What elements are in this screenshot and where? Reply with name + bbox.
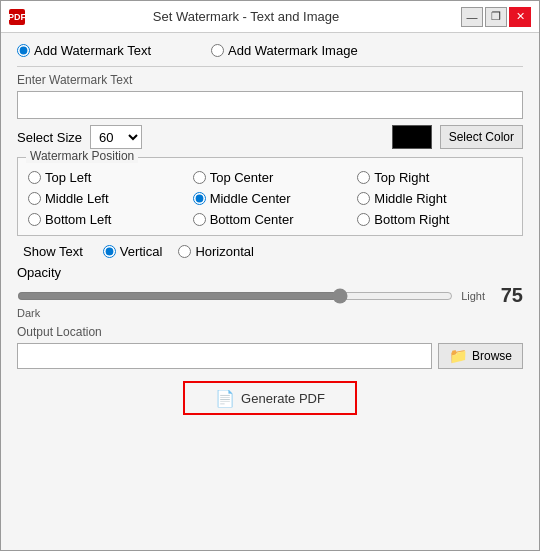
output-label: Output Location bbox=[17, 325, 523, 339]
color-preview bbox=[392, 125, 432, 149]
position-group-title: Watermark Position bbox=[26, 149, 138, 163]
output-section: Output Location 📁 Browse bbox=[17, 325, 523, 369]
output-row: 📁 Browse bbox=[17, 343, 523, 369]
minimize-button[interactable]: — bbox=[461, 7, 483, 27]
position-grid: Top Left Top Center Top Right Middle Lef… bbox=[28, 170, 512, 227]
pos-bottom-center[interactable]: Bottom Center bbox=[193, 212, 348, 227]
pos-top-left[interactable]: Top Left bbox=[28, 170, 183, 185]
window-controls: — ❐ ✕ bbox=[461, 7, 531, 27]
add-watermark-text-radio[interactable] bbox=[17, 44, 30, 57]
show-text-row: Show Text Vertical Horizontal bbox=[17, 244, 523, 259]
watermark-text-label: Enter Watermark Text bbox=[17, 73, 523, 87]
generate-pdf-button[interactable]: 📄 Generate PDF bbox=[183, 381, 357, 415]
add-watermark-text-option[interactable]: Add Watermark Text bbox=[17, 43, 151, 58]
main-window: PDF Set Watermark - Text and Image — ❐ ✕… bbox=[0, 0, 540, 551]
generate-row: 📄 Generate PDF bbox=[17, 381, 523, 415]
generate-pdf-icon: 📄 bbox=[215, 389, 235, 408]
watermark-text-input[interactable] bbox=[17, 91, 523, 119]
close-button[interactable]: ✕ bbox=[509, 7, 531, 27]
pos-top-center[interactable]: Top Center bbox=[193, 170, 348, 185]
pos-top-right[interactable]: Top Right bbox=[357, 170, 512, 185]
opacity-section: Opacity Light 75 Dark bbox=[17, 265, 523, 319]
pos-middle-center[interactable]: Middle Center bbox=[193, 191, 348, 206]
add-watermark-image-option[interactable]: Add Watermark Image bbox=[211, 43, 358, 58]
select-size-label: Select Size bbox=[17, 130, 82, 145]
opacity-slider[interactable] bbox=[17, 288, 453, 304]
restore-button[interactable]: ❐ bbox=[485, 7, 507, 27]
opacity-value: 75 bbox=[493, 284, 523, 307]
divider-1 bbox=[17, 66, 523, 67]
title-bar: PDF Set Watermark - Text and Image — ❐ ✕ bbox=[1, 1, 539, 33]
watermark-position-group: Watermark Position Top Left Top Center T… bbox=[17, 157, 523, 236]
browse-button[interactable]: 📁 Browse bbox=[438, 343, 523, 369]
pos-middle-right[interactable]: Middle Right bbox=[357, 191, 512, 206]
output-path-input[interactable] bbox=[17, 343, 432, 369]
watermark-type-row: Add Watermark Text Add Watermark Image bbox=[17, 43, 523, 58]
content-area: Add Watermark Text Add Watermark Image E… bbox=[1, 33, 539, 550]
opacity-slider-wrap bbox=[17, 288, 453, 304]
show-text-vertical[interactable]: Vertical bbox=[103, 244, 163, 259]
size-color-row: Select Size 40 50 60 70 80 90 100 Select… bbox=[17, 125, 523, 149]
pos-bottom-right[interactable]: Bottom Right bbox=[357, 212, 512, 227]
select-color-button[interactable]: Select Color bbox=[440, 125, 523, 149]
size-select[interactable]: 40 50 60 70 80 90 100 bbox=[90, 125, 142, 149]
pos-bottom-left[interactable]: Bottom Left bbox=[28, 212, 183, 227]
folder-icon: 📁 bbox=[449, 347, 468, 365]
dark-label: Dark bbox=[17, 307, 523, 319]
light-label: Light bbox=[461, 290, 485, 302]
show-text-horizontal[interactable]: Horizontal bbox=[178, 244, 254, 259]
opacity-row: Light 75 bbox=[17, 284, 523, 307]
pos-middle-left[interactable]: Middle Left bbox=[28, 191, 183, 206]
add-watermark-image-radio[interactable] bbox=[211, 44, 224, 57]
opacity-label: Opacity bbox=[17, 265, 523, 280]
app-icon: PDF bbox=[9, 9, 25, 25]
show-text-label: Show Text bbox=[23, 244, 83, 259]
window-title: Set Watermark - Text and Image bbox=[31, 9, 461, 24]
